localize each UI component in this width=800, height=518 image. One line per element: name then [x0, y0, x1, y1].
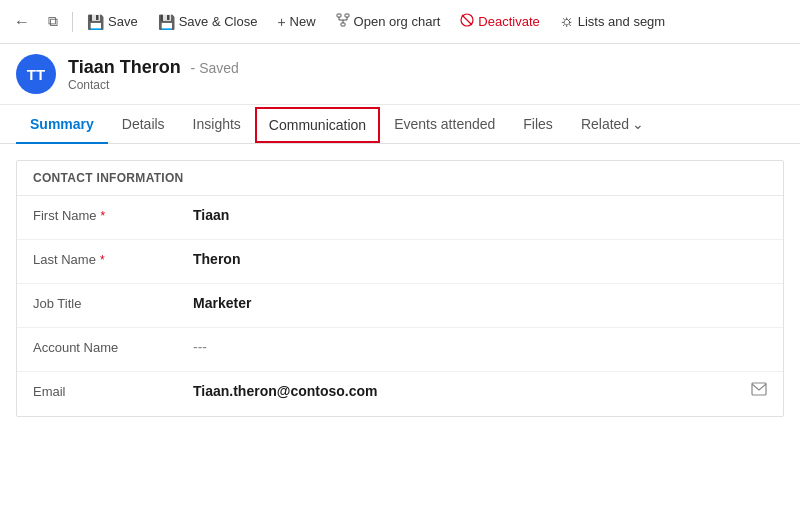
- contact-information-section: CONTACT INFORMATION First Name * Tiaan L…: [16, 160, 784, 417]
- chevron-down-icon: ⌄: [632, 116, 644, 132]
- svg-rect-1: [345, 14, 349, 17]
- tab-details[interactable]: Details: [108, 106, 179, 144]
- first-name-field: First Name * Tiaan: [17, 196, 783, 240]
- popout-button[interactable]: ⧉: [40, 9, 66, 34]
- deactivate-label: Deactivate: [478, 14, 539, 29]
- tab-events-attended[interactable]: Events attended: [380, 106, 509, 144]
- job-title-label: Job Title: [33, 294, 193, 311]
- save-icon: 💾: [87, 14, 104, 30]
- tab-communication[interactable]: Communication: [255, 107, 380, 143]
- new-icon: +: [277, 14, 285, 30]
- org-chart-icon: [336, 13, 350, 30]
- tab-related[interactable]: Related ⌄: [567, 106, 658, 144]
- main-content: CONTACT INFORMATION First Name * Tiaan L…: [0, 144, 800, 512]
- save-close-icon: 💾: [158, 14, 175, 30]
- save-close-button[interactable]: 💾 Save & Close: [150, 10, 266, 34]
- save-close-label: Save & Close: [179, 14, 258, 29]
- popout-icon: ⧉: [48, 13, 58, 30]
- section-title: CONTACT INFORMATION: [17, 161, 783, 196]
- record-name: Tiaan Theron: [68, 57, 181, 77]
- lists-icon: ⛭: [560, 14, 574, 30]
- new-label: New: [290, 14, 316, 29]
- record-type: Contact: [68, 78, 239, 92]
- job-title-value: Marketer: [193, 294, 767, 311]
- org-chart-label: Open org chart: [354, 14, 441, 29]
- first-name-label: First Name *: [33, 206, 193, 223]
- lists-label: Lists and segm: [578, 14, 665, 29]
- svg-rect-9: [752, 383, 766, 395]
- avatar-initials: TT: [27, 66, 45, 83]
- lists-button[interactable]: ⛭ Lists and segm: [552, 10, 673, 34]
- email-value: Tiaan.theron@contoso.com: [193, 382, 743, 399]
- last-name-label: Last Name *: [33, 250, 193, 267]
- email-label: Email: [33, 382, 193, 399]
- deactivate-icon: [460, 13, 474, 30]
- save-label: Save: [108, 14, 138, 29]
- account-name-field: Account Name ---: [17, 328, 783, 372]
- back-button[interactable]: ←: [8, 9, 36, 35]
- last-name-value: Theron: [193, 250, 767, 267]
- tab-summary[interactable]: Summary: [16, 106, 108, 144]
- email-send-icon[interactable]: [751, 382, 767, 399]
- email-field: Email Tiaan.theron@contoso.com: [17, 372, 783, 416]
- new-button[interactable]: + New: [269, 10, 323, 34]
- tab-files[interactable]: Files: [509, 106, 567, 144]
- avatar: TT: [16, 54, 56, 94]
- account-name-value: ---: [193, 338, 767, 355]
- save-button[interactable]: 💾 Save: [79, 10, 146, 34]
- record-name-row: Tiaan Theron - Saved: [68, 57, 239, 78]
- job-title-field: Job Title Marketer: [17, 284, 783, 328]
- email-value-container: Tiaan.theron@contoso.com: [193, 382, 767, 399]
- last-name-required: *: [100, 253, 105, 267]
- toolbar-divider-1: [72, 12, 73, 32]
- record-header: TT Tiaan Theron - Saved Contact: [0, 44, 800, 105]
- account-name-label: Account Name: [33, 338, 193, 355]
- svg-line-8: [462, 15, 472, 25]
- tab-related-label: Related: [581, 116, 629, 132]
- first-name-required: *: [101, 209, 106, 223]
- deactivate-button[interactable]: Deactivate: [452, 9, 547, 34]
- open-org-chart-button[interactable]: Open org chart: [328, 9, 449, 34]
- record-saved-status: - Saved: [191, 60, 239, 76]
- toolbar: ← ⧉ 💾 Save 💾 Save & Close + New Open org…: [0, 0, 800, 44]
- last-name-field: Last Name * Theron: [17, 240, 783, 284]
- svg-rect-0: [337, 14, 341, 17]
- tab-navigation: Summary Details Insights Communication E…: [0, 105, 800, 144]
- first-name-value: Tiaan: [193, 206, 767, 223]
- tab-insights[interactable]: Insights: [179, 106, 255, 144]
- record-info: Tiaan Theron - Saved Contact: [68, 57, 239, 92]
- svg-rect-2: [341, 23, 345, 26]
